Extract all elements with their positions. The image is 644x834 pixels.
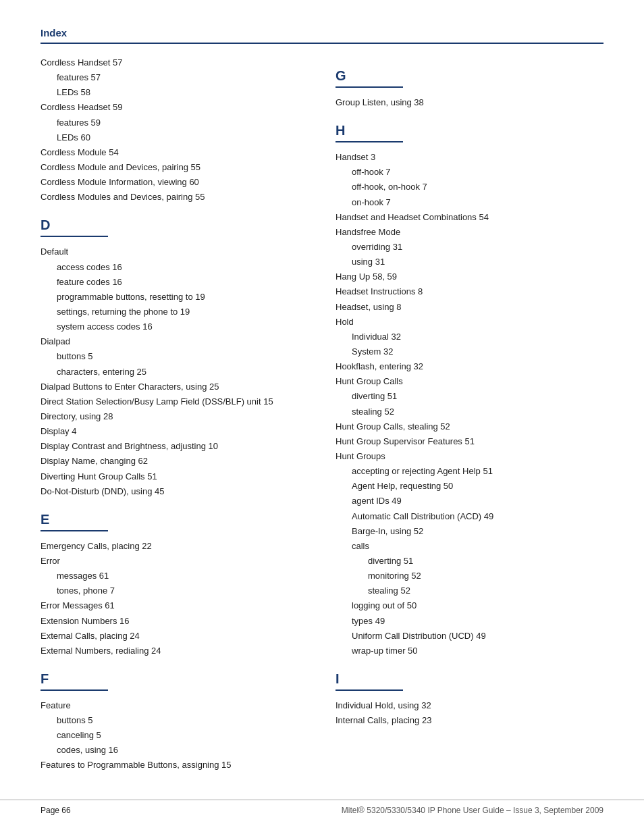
- list-item: Do-Not-Disturb (DND), using 45: [41, 485, 308, 498]
- list-item: Hunt Groups: [336, 450, 603, 463]
- list-item: Diverting Hunt Group Calls 51: [41, 470, 308, 484]
- section-letter-e: E: [41, 512, 308, 527]
- section-rule-i: [336, 689, 403, 691]
- section-d: D Default access codes 16 feature codes …: [41, 217, 308, 498]
- list-item: Hunt Group Calls: [336, 375, 603, 388]
- list-item: messages 61: [41, 569, 308, 583]
- list-item: Handset 3: [336, 151, 603, 164]
- list-item: system access codes 16: [41, 320, 308, 334]
- footer: Page 66 Mitel® 5320/5330/5340 IP Phone U…: [0, 800, 644, 815]
- list-item: Dialpad Buttons to Enter Characters, usi…: [41, 380, 308, 394]
- list-item: Display Contrast and Brightness, adjusti…: [41, 440, 308, 453]
- list-item: System 32: [336, 345, 603, 359]
- list-item: Handset and Headset Combinations 54: [336, 211, 603, 224]
- left-column: Cordless Handset 57 features 57 LEDs 58 …: [41, 56, 308, 774]
- list-item: External Numbers, redialing 24: [41, 644, 308, 658]
- list-item: off-hook, on-hook 7: [336, 180, 603, 194]
- list-item: agent IDs 49: [336, 494, 603, 508]
- list-item: access codes 16: [41, 261, 308, 274]
- section-letter-i: I: [336, 671, 603, 687]
- list-item: Hold: [336, 315, 603, 329]
- pre-d-entries: Cordless Handset 57 features 57 LEDs 58 …: [41, 56, 308, 204]
- list-item: External Calls, placing 24: [41, 629, 308, 643]
- list-item: LEDs 58: [41, 86, 308, 99]
- footer-info: Mitel® 5320/5330/5340 IP Phone User Guid…: [342, 806, 603, 815]
- page: Index Cordless Handset 57 features 57 LE…: [0, 0, 644, 834]
- section-rule-e: [41, 530, 108, 531]
- list-item: Hunt Group Calls, stealing 52: [336, 420, 603, 434]
- list-item: Handsfree Mode: [336, 226, 603, 239]
- top-rule: [41, 43, 603, 44]
- list-item: Extension Numbers 16: [41, 615, 308, 628]
- list-item: Directory, using 28: [41, 410, 308, 423]
- section-rule-h: [336, 141, 403, 142]
- list-item: logging out of 50: [336, 599, 603, 613]
- list-item: stealing 52: [336, 584, 603, 598]
- list-item: Group Listen, using 38: [336, 96, 603, 109]
- list-item: stealing 52: [336, 405, 603, 419]
- list-item: types 49: [336, 615, 603, 628]
- section-e: E Emergency Calls, placing 22 Error mess…: [41, 512, 308, 658]
- section-h: H Handset 3 off-hook 7 off-hook, on-hook…: [336, 123, 603, 658]
- list-item: monitoring 52: [336, 569, 603, 583]
- list-item: features 57: [41, 71, 308, 84]
- list-item: Direct Station Selection/Busy Lamp Field…: [41, 395, 308, 409]
- list-item: Headset, using 8: [336, 301, 603, 314]
- list-item: Cordless Modules and Devices, pairing 55: [41, 190, 308, 204]
- list-item: programmable buttons, resetting to 19: [41, 290, 308, 304]
- section-i: I Individual Hold, using 32 Internal Cal…: [336, 671, 603, 727]
- section-letter-h: H: [336, 123, 603, 138]
- section-g: G Group Listen, using 38: [336, 68, 603, 109]
- list-item: features 59: [41, 116, 308, 130]
- list-item: Headset Instructions 8: [336, 285, 603, 298]
- list-item: Cordless Module and Devices, pairing 55: [41, 161, 308, 174]
- section-letter-d: D: [41, 217, 308, 233]
- list-item: canceling 5: [41, 729, 308, 742]
- list-item: Emergency Calls, placing 22: [41, 540, 308, 553]
- list-item: Internal Calls, placing 23: [336, 714, 603, 727]
- list-item: diverting 51: [336, 390, 603, 403]
- list-item: Hunt Group Supervisor Features 51: [336, 435, 603, 448]
- list-item: Cordless Headset 59: [41, 101, 308, 114]
- list-item: on-hook 7: [336, 196, 603, 209]
- section-rule-f: [41, 689, 108, 691]
- list-item: Display Name, changing 62: [41, 454, 308, 468]
- list-item: Cordless Module Information, viewing 60: [41, 176, 308, 189]
- list-item: Features to Programmable Buttons, assign…: [41, 758, 308, 772]
- list-item: feature codes 16: [41, 276, 308, 289]
- list-item: Automatic Call Distribution (ACD) 49: [336, 510, 603, 523]
- columns: Cordless Handset 57 features 57 LEDs 58 …: [41, 56, 603, 774]
- list-item: codes, using 16: [41, 744, 308, 757]
- list-item: diverting 51: [336, 554, 603, 568]
- list-item: settings, returning the phone to 19: [41, 305, 308, 319]
- section-letter-f: F: [41, 671, 308, 687]
- section-letter-g: G: [336, 68, 603, 84]
- section-f: F Feature buttons 5 canceling 5 codes, u…: [41, 671, 308, 773]
- list-item: Error Messages 61: [41, 599, 308, 613]
- list-item: off-hook 7: [336, 165, 603, 179]
- list-item: Dialpad: [41, 335, 308, 348]
- list-item: Cordless Handset 57: [41, 56, 308, 70]
- list-item: using 31: [336, 255, 603, 269]
- section-rule-d: [41, 236, 108, 237]
- section-rule-g: [336, 86, 403, 88]
- list-item: Error: [41, 554, 308, 568]
- list-item: buttons 5: [41, 714, 308, 727]
- list-item: Barge-In, using 52: [336, 525, 603, 538]
- list-item: LEDs 60: [41, 131, 308, 145]
- list-item: buttons 5: [41, 350, 308, 363]
- right-column: G Group Listen, using 38 H Handset 3 off…: [336, 56, 603, 774]
- list-item: wrap-up timer 50: [336, 644, 603, 658]
- list-item: Agent Help, requesting 50: [336, 479, 603, 493]
- list-item: characters, entering 25: [41, 365, 308, 379]
- footer-page: Page 66: [41, 806, 71, 815]
- list-item: Individual 32: [336, 330, 603, 344]
- list-item: Default: [41, 245, 308, 259]
- list-item: tones, phone 7: [41, 584, 308, 598]
- list-item: Feature: [41, 699, 308, 712]
- index-title: Index: [41, 27, 603, 38]
- list-item: Cordless Module 54: [41, 146, 308, 159]
- list-item: Individual Hold, using 32: [336, 699, 603, 712]
- list-item: Uniform Call Distribution (UCD) 49: [336, 629, 603, 643]
- list-item: overriding 31: [336, 240, 603, 254]
